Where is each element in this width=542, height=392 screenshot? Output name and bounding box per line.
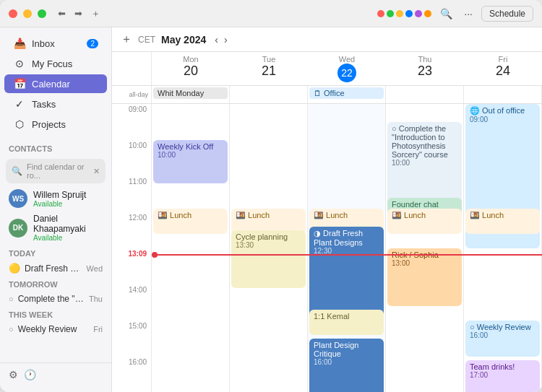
event-title-weekly-review: ○ Weekly Review: [470, 323, 535, 331]
maximize-button[interactable]: [38, 9, 46, 18]
tomorrow-item-text: Complete the "Intro...: [18, 294, 85, 304]
dot5: [415, 10, 422, 17]
event-weekly-review[interactable]: ○ Weekly Review16:00: [465, 321, 540, 357]
event-rick-sophia[interactable]: Rick / Sophia13:00: [387, 248, 462, 306]
tomorrow-section: Tomorrow ○ Complete the "Intro... Thu: [0, 277, 111, 308]
dot2: [387, 10, 394, 17]
contacts-section-label: Contacts: [0, 139, 111, 156]
time-label-14: 14:00: [129, 286, 147, 294]
sidebar-item-calendar[interactable]: 📅 Calendar: [4, 74, 107, 93]
titlebar-navigation: ⬅ ➡ ＋: [55, 6, 103, 22]
add-event-button[interactable]: ＋: [121, 32, 132, 47]
day-header-fri: Fri 24: [464, 52, 542, 85]
time-slot-14: 14:00: [112, 284, 151, 321]
sidebar-item-inbox[interactable]: 📥 Inbox 2: [4, 34, 107, 53]
event-time-weekly-kickoff: 10:00: [158, 151, 223, 159]
time-slot-10: 10:00: [112, 140, 151, 176]
sidebar: 📥 Inbox 2 ⊙ My Focus 📅 Calendar ✓ Tasks …: [0, 27, 112, 392]
contact-status-daniel: Available: [33, 234, 103, 242]
allday-cell-wed: 🗒 Office: [308, 86, 386, 103]
avatar-daniel: DK: [9, 219, 27, 238]
current-time-label: 13:09: [128, 250, 147, 258]
tomorrow-item-circle: ○: [9, 295, 14, 303]
event-cycle-planning[interactable]: Cycle planning13:30: [231, 230, 306, 288]
time-label-12: 12:00: [129, 214, 147, 222]
sidebar-footer: ⚙ 🕐: [0, 362, 111, 386]
day-header-thu: Thu 23: [386, 52, 464, 85]
current-time-indicator: [152, 254, 542, 256]
event-title-lunch-thu: 🍱 Lunch: [392, 211, 457, 220]
prev-month-button[interactable]: ‹: [212, 32, 221, 47]
event-complete-intro[interactable]: ○ Complete the "Introduction to Photosyn…: [387, 122, 462, 209]
time-label-15: 15:00: [129, 322, 147, 330]
day-num-thu: 23: [392, 64, 458, 79]
contact-info-daniel: Daniel Khaapamyaki Available: [33, 214, 103, 242]
event-team-drinks[interactable]: Team drinks!17:00: [465, 360, 540, 392]
clear-search-icon[interactable]: ✕: [93, 167, 100, 176]
event-kemal[interactable]: 1:1 Kemal: [309, 310, 384, 335]
back-button[interactable]: ⬅: [55, 6, 69, 22]
more-button[interactable]: ···: [461, 6, 476, 21]
avatar-willem: WS: [9, 189, 27, 208]
sidebar-tasks-label: Tasks: [32, 99, 56, 110]
contact-search-box[interactable]: 🔍 Find calendar or ro... ✕: [6, 159, 106, 183]
event-draft-fresh[interactable]: ◑ Draft Fresh Plant Designs12:30: [309, 227, 384, 321]
app-window: ⬅ ➡ ＋ 🔍 ··· Schedule 📥 Inbox 2: [0, 0, 542, 392]
sidebar-item-focus[interactable]: ⊙ My Focus: [4, 54, 107, 73]
schedule-view-button[interactable]: Schedule: [481, 6, 533, 22]
dot1: [377, 10, 384, 17]
new-tab-button[interactable]: ＋: [88, 6, 103, 22]
event-title-lunch-tue: 🍱 Lunch: [236, 211, 301, 220]
close-button[interactable]: [9, 9, 17, 18]
event-plant-design-critique[interactable]: Plant Design Critique16:00: [309, 339, 384, 392]
next-month-button[interactable]: ›: [221, 32, 231, 47]
day-name-mon: Mon: [158, 55, 224, 64]
contact-name-willem: Willem Spruijt: [33, 190, 86, 200]
event-title-plant-design-critique: Plant Design Critique: [314, 341, 379, 358]
search-button[interactable]: 🔍: [437, 6, 455, 21]
sidebar-item-projects[interactable]: ⬡ Projects: [4, 115, 107, 134]
time-slot-current: 13:09: [112, 248, 151, 284]
allday-event-mon[interactable]: Whit Monday: [153, 87, 228, 99]
time-slot-16: 16:00: [112, 357, 151, 392]
day-name-thu: Thu: [392, 55, 458, 64]
traffic-lights: [9, 9, 46, 18]
time-slot-15: 15:00: [112, 321, 151, 357]
dot3: [396, 10, 403, 17]
event-time-weekly-review: 16:00: [470, 331, 535, 339]
event-lunch-mon[interactable]: 🍱 Lunch: [153, 209, 228, 234]
calendar-icon: 📅: [13, 78, 26, 90]
event-title-weekly-kickoff: Weekly Kick Off: [158, 142, 223, 151]
time-grid: 09:00 10:00 11:00 12:00 13:09 14:00 15:0…: [112, 104, 542, 392]
focus-icon: ⊙: [13, 58, 26, 69]
day-header-tue: Tue 21: [230, 52, 308, 85]
event-lunch-fri[interactable]: 🍱 Lunch: [465, 209, 540, 234]
time-label-09: 09:00: [129, 105, 147, 113]
day-columns: Weekly Kick Off10:00🍱 Lunch 🍱 LunchCycle…: [152, 104, 542, 392]
event-weekly-kickoff[interactable]: Weekly Kick Off10:00: [153, 140, 228, 183]
allday-event-wed[interactable]: 🗒 Office: [309, 87, 384, 99]
event-lunch-thu[interactable]: 🍱 Lunch: [387, 209, 462, 234]
time-label-10: 10:00: [129, 141, 147, 149]
day-name-wed: Wed: [314, 55, 380, 64]
event-title-draft-fresh: ◑ Draft Fresh Plant Designs: [314, 229, 379, 247]
event-title-complete-intro: ○ Complete the "Introduction to Photosyn…: [392, 124, 457, 159]
days-header: Mon 20 Tue 21 Wed 22 Thu 23 Fri 24: [112, 52, 542, 86]
event-title-out-of-office: 🌐 Out of office: [470, 106, 535, 116]
event-title-lunch-wed: 🍱 Lunch: [314, 211, 379, 220]
contact-name-daniel: Daniel Khaapamyaki: [33, 214, 103, 234]
forward-button[interactable]: ➡: [72, 6, 85, 22]
calendar-month-label: May 2024: [161, 34, 206, 45]
allday-cell-thu: [386, 86, 464, 103]
clock-button[interactable]: 🕐: [24, 369, 36, 380]
sidebar-item-tasks[interactable]: ✓ Tasks: [4, 95, 107, 113]
minimize-button[interactable]: [23, 9, 32, 18]
day-header-mon: Mon 20: [152, 52, 230, 85]
event-time-cycle-planning: 13:30: [236, 241, 301, 249]
today-item-icon: 🟡: [9, 263, 20, 274]
day-num-tue: 21: [236, 64, 302, 79]
event-title-cycle-planning: Cycle planning: [236, 232, 301, 241]
filter-button[interactable]: ⚙: [9, 369, 18, 380]
day-num-fri: 24: [470, 64, 536, 79]
tomorrow-item: ○ Complete the "Intro... Thu: [9, 292, 103, 306]
